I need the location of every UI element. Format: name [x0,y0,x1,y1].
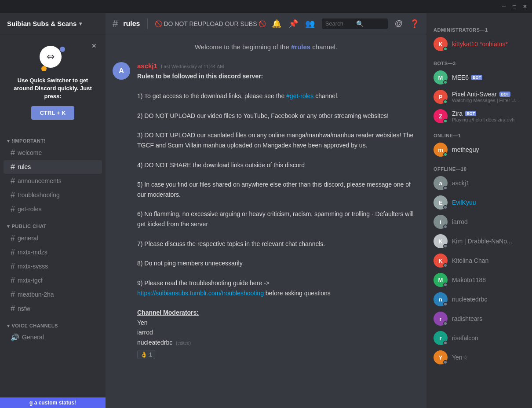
hash-icon: # [11,290,15,299]
status-offline-dot [443,244,448,248]
channel-nsfw[interactable]: # nsfw [4,302,102,316]
member-mee6[interactable]: M MEE6 BOT [430,68,528,87]
member-info: Kitolina Chan [452,257,525,264]
pin-icon[interactable]: 📌 [288,19,298,29]
speaker-icon: 🔊 [11,333,19,342]
category-voice[interactable]: ▾ VOICE CHANNELS [0,316,106,331]
member-info: asckj1 [452,180,525,187]
rules-channel-link[interactable]: #rules [291,43,310,51]
member-avatar: a [434,176,448,190]
status-offline-dot [443,283,448,287]
member-pixel[interactable]: P Pixel Anti-Swear BOT Watching Messages… [430,87,528,107]
member-name: Zira [452,110,463,117]
message-avatar: A [113,62,130,80]
header-divider [147,18,148,29]
reaction-count: 1 [149,351,152,358]
bell-icon[interactable]: 🔔 [272,19,281,29]
channel-mxtx-svsss[interactable]: # mxtx-svsss [4,260,102,273]
status-online-dot [443,80,448,85]
member-zira[interactable]: Z Zira BOT Playing z/help | docs.zira.ov… [430,107,528,126]
message-header: asckj1 Last Wednesday at 11:44 AM [137,62,419,70]
channel-meatbun-2ha[interactable]: # meatbun-2ha [4,288,102,301]
help-icon[interactable]: ❓ [410,19,419,29]
channel-troubleshooting[interactable]: # troubleshooting [4,188,102,202]
member-info: kittykat10 *onhiatus* [452,40,525,48]
channel-rules[interactable]: # rules [4,160,102,174]
channel-mxtx-mdzs[interactable]: # mxtx-mdzs [4,246,102,259]
channel-list: ▾ !IMPORTANT! # welcome # rules # announ… [0,131,106,397]
member-name: iarrod [452,218,468,225]
category-public-chat[interactable]: ▾ PUBLIC CHAT [0,217,106,231]
member-name: radishtears [452,315,482,322]
moderators-title: Channel Moderators: [137,309,199,316]
member-info: EvilKyuu [452,199,525,206]
member-name: Pixel Anti-Swear [452,91,497,98]
member-name: risefalcon [452,334,478,342]
hash-icon: # [11,205,15,214]
member-kittykat10[interactable]: K kittykat10 *onhiatus* [430,34,528,54]
member-avatar: m [434,143,448,157]
member-iarrod[interactable]: i iarrod [430,212,528,232]
member-kitolina[interactable]: K Kitolina Chan [430,251,528,270]
member-info: Zira BOT Playing z/help | docs.zira.ovh [452,110,525,122]
member-radishtears[interactable]: r radishtears [430,309,528,328]
quick-switcher-close[interactable]: ✕ [91,42,97,49]
channel-welcome[interactable]: # welcome [4,146,102,160]
status-online-dot [443,47,448,51]
member-nucleatedrbc[interactable]: n nucleatedrbc [430,290,528,309]
member-name: Kim | Drabble-NaNo... [452,238,512,245]
search-placeholder: Search [325,20,353,27]
troubleshooting-link[interactable]: https://suibiansubs.tumblr.com/troublesh… [137,290,264,297]
caret-icon: ▾ [7,138,10,144]
member-avatar: M [434,70,448,85]
members-icon[interactable]: 👥 [305,19,315,29]
reaction-bar: 👌 1 [137,347,419,359]
voice-general[interactable]: 🔊 General [4,331,102,344]
offline-category: OFFLINE—10 [430,159,528,173]
search-box[interactable]: Search 🔍 [322,18,388,29]
message-body: Rules to be followed in this discord ser… [137,71,419,347]
bot-badge: BOT [499,92,510,97]
minimize-button[interactable]: ─ [501,4,506,9]
member-info: Pixel Anti-Swear BOT Watching Messages |… [452,91,525,103]
category-important[interactable]: ▾ !IMPORTANT! [0,131,106,146]
header-icons: 🔔 📌 👥 Search 🔍 @ ❓ [272,18,419,29]
member-makoto[interactable]: M Makoto1188 [430,270,528,290]
status-offline-dot [443,321,448,326]
member-info: metheguy [452,146,525,153]
close-button[interactable]: ✕ [522,4,528,9]
reaction-button[interactable]: 👌 1 [137,350,155,359]
member-name: Makoto1188 [452,276,486,283]
server-header[interactable]: Suibian Subs & Scans ▾ [0,13,106,34]
member-info: nucleatedrbc [452,296,525,303]
get-roles-link[interactable]: #get-roles [286,92,313,99]
hash-icon: # [11,304,15,313]
member-name: kittykat10 *onhiatus* [452,40,508,48]
dot2-icon [41,66,47,71]
caret-icon: ▾ [7,323,10,329]
caret-icon: ▾ [7,224,10,229]
message-content: asckj1 Last Wednesday at 11:44 AM Rules … [137,62,419,359]
member-metheguy[interactable]: m metheguy [430,140,528,159]
member-yen[interactable]: Y Yen☆ [430,348,528,367]
maximize-button[interactable]: □ [512,4,517,9]
message-row: A asckj1 Last Wednesday at 11:44 AM Rule… [113,61,419,360]
channel-get-roles[interactable]: # get-roles [4,202,102,216]
member-evilkyuu[interactable]: E EvilKyuu [430,193,528,212]
channel-announcements[interactable]: # announcements [4,174,102,188]
member-name: metheguy [452,146,479,153]
edited-tag: (edited) [176,341,191,346]
server-name: Suibian Subs & Scans [7,20,77,27]
reaction-emoji: 👌 [140,351,147,358]
member-name: MEE6 [452,74,469,81]
member-kim[interactable]: K Kim | Drabble-NaNo... [430,232,528,251]
at-icon[interactable]: @ [395,19,403,28]
shortcut-badge[interactable]: CTRL + K [31,106,75,120]
set-status-bar[interactable]: g a custom status! [0,397,106,408]
member-risefalcon[interactable]: r risefalcon [430,328,528,348]
hash-icon: # [11,148,15,158]
member-asckj1[interactable]: a asckj1 [430,173,528,193]
channel-general[interactable]: # general [4,232,102,245]
channel-title: rules [123,20,140,28]
channel-mxtx-tgcf[interactable]: # mxtx-tgcf [4,274,102,287]
